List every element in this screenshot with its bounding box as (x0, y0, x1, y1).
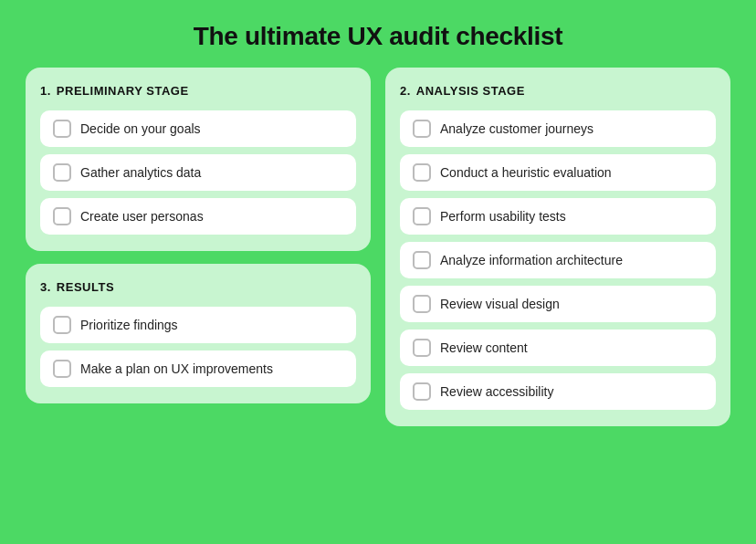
checklist-item[interactable]: Review accessibility (400, 373, 716, 410)
checklist-item-label: Review content (440, 340, 528, 355)
checklist-item[interactable]: Create user personas (40, 198, 356, 235)
preliminary-stage-title: 1.PRELIMINARY STAGE (40, 84, 356, 98)
page-title: The ultimate UX audit checklist (194, 22, 563, 51)
checklist-item-label: Review visual design (440, 297, 560, 311)
checklist-item[interactable]: Conduct a heuristic evaluation (400, 154, 716, 191)
columns-container: 1.PRELIMINARY STAGE Decide on your goals… (26, 68, 730, 426)
checklist-item[interactable]: Perform usability tests (400, 198, 716, 235)
checklist-item-label: Analyze customer journeys (440, 121, 593, 136)
checklist-item[interactable]: Make a plan on UX improvements (40, 350, 356, 387)
checklist-item[interactable]: Prioritize findings (40, 307, 356, 343)
right-column: 2.ANALYSIS STAGE Analyze customer journe… (385, 68, 730, 426)
results-label: RESULTS (57, 280, 114, 294)
checklist-item[interactable]: Decide on your goals (40, 110, 356, 147)
analysis-stage-title: 2.ANALYSIS STAGE (400, 84, 716, 98)
checklist-item[interactable]: Analyze information architecture (400, 242, 716, 278)
checklist-item[interactable]: Gather analytics data (40, 154, 356, 191)
checklist-item-label: Create user personas (80, 209, 204, 224)
results-title: 3.RESULTS (40, 280, 356, 294)
checkbox-icon[interactable] (413, 382, 431, 401)
checklist-item-label: Perform usability tests (440, 209, 566, 224)
checkbox-icon[interactable] (413, 339, 431, 357)
analysis-number: 2. (400, 84, 411, 98)
checkbox-icon[interactable] (53, 316, 71, 334)
results-number: 3. (40, 280, 51, 294)
analysis-checklist: Analyze customer journeysConduct a heuri… (400, 110, 716, 410)
checkbox-icon[interactable] (413, 163, 431, 182)
results-checklist: Prioritize findingsMake a plan on UX imp… (40, 307, 356, 387)
checklist-item-label: Decide on your goals (80, 121, 201, 136)
preliminary-checklist: Decide on your goalsGather analytics dat… (40, 110, 356, 235)
checkbox-icon[interactable] (413, 207, 431, 225)
preliminary-stage-card: 1.PRELIMINARY STAGE Decide on your goals… (26, 68, 371, 251)
analysis-label: ANALYSIS STAGE (416, 84, 525, 98)
results-card: 3.RESULTS Prioritize findingsMake a plan… (26, 264, 371, 403)
checkbox-icon[interactable] (413, 251, 431, 269)
checklist-item-label: Conduct a heuristic evaluation (440, 165, 612, 180)
checklist-item-label: Make a plan on UX improvements (80, 361, 273, 376)
analysis-stage-card: 2.ANALYSIS STAGE Analyze customer journe… (385, 68, 730, 426)
checkbox-icon[interactable] (53, 120, 71, 138)
checklist-item-label: Review accessibility (440, 384, 553, 399)
checklist-item[interactable]: Analyze customer journeys (400, 110, 716, 147)
checklist-item[interactable]: Review content (400, 330, 716, 366)
left-column: 1.PRELIMINARY STAGE Decide on your goals… (26, 68, 371, 403)
checkbox-icon[interactable] (53, 360, 71, 378)
checklist-item-label: Analyze information architecture (440, 253, 623, 267)
checkbox-icon[interactable] (53, 207, 71, 225)
checklist-item-label: Gather analytics data (80, 165, 201, 180)
checkbox-icon[interactable] (413, 120, 431, 138)
preliminary-label: PRELIMINARY STAGE (57, 84, 189, 98)
preliminary-number: 1. (40, 84, 51, 98)
checkbox-icon[interactable] (413, 295, 431, 313)
checklist-item[interactable]: Review visual design (400, 286, 716, 322)
checkbox-icon[interactable] (53, 163, 71, 182)
checklist-item-label: Prioritize findings (80, 318, 178, 332)
